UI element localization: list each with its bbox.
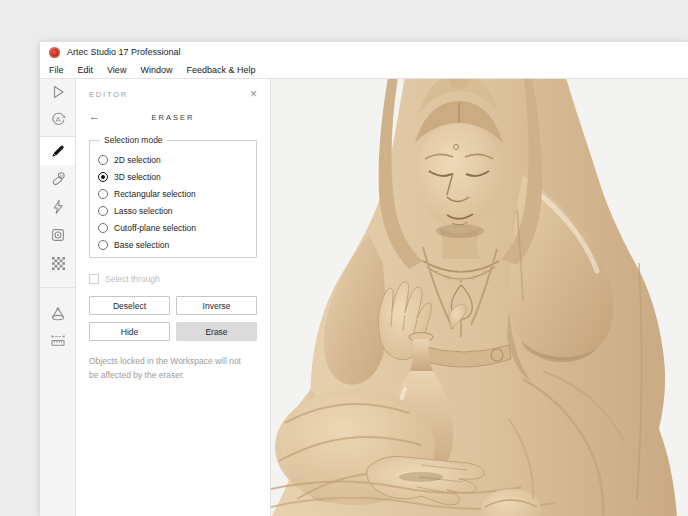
- radio-3d-selection[interactable]: 3D selection: [98, 172, 248, 182]
- fast-fusion-button[interactable]: [40, 195, 75, 219]
- inverse-button[interactable]: Inverse: [176, 296, 257, 315]
- select-through-checkbox: Select through: [89, 274, 257, 284]
- toolbar-separator: [40, 287, 75, 288]
- editor-panel: EDITOR × ← ERASER Selection mode 2D sele…: [76, 79, 271, 516]
- action-buttons: Deselect Inverse Hide Erase: [89, 296, 257, 341]
- title-bar: Artec Studio 17 Professional: [40, 42, 688, 62]
- ruler-icon: [50, 332, 66, 348]
- app-window: Artec Studio 17 Professional File Edit V…: [40, 42, 688, 516]
- erase-button[interactable]: Erase: [176, 322, 257, 341]
- eraser-header: ← ERASER: [89, 111, 257, 124]
- radio-rectangular-selection[interactable]: Rectangular selection: [98, 189, 248, 199]
- deselect-button[interactable]: Deselect: [89, 296, 170, 315]
- radio-icon: [98, 240, 108, 250]
- radio-icon: [98, 189, 108, 199]
- menu-feedback-help[interactable]: Feedback & Help: [186, 65, 255, 75]
- target-icon: [50, 227, 66, 243]
- editor-button[interactable]: [40, 137, 75, 165]
- editor-panel-title: EDITOR: [89, 90, 128, 99]
- construct-button[interactable]: [40, 302, 75, 326]
- checkbox-icon: [89, 274, 99, 284]
- svg-text:A: A: [55, 115, 60, 124]
- roller-icon: [50, 171, 66, 187]
- side-toolbar: A: [40, 79, 76, 516]
- menu-edit[interactable]: Edit: [78, 65, 94, 75]
- radio-icon: [98, 172, 108, 182]
- menu-bar: File Edit View Window Feedback & Help: [40, 62, 688, 79]
- radio-lasso-selection[interactable]: Lasso selection: [98, 206, 248, 216]
- play-icon: [50, 84, 66, 100]
- checker-icon: [50, 255, 66, 271]
- main-content: A: [40, 79, 688, 516]
- close-icon[interactable]: ×: [250, 89, 257, 99]
- cone-icon: [50, 306, 66, 322]
- align-button[interactable]: [40, 223, 75, 247]
- radio-cutoff-plane-selection[interactable]: Cutoff-plane selection: [98, 223, 248, 233]
- eraser-title: ERASER: [89, 113, 257, 122]
- radio-2d-selection[interactable]: 2D selection: [98, 155, 248, 165]
- editor-panel-header: EDITOR ×: [89, 89, 257, 99]
- scan-button[interactable]: [40, 80, 75, 104]
- tools-button[interactable]: [40, 167, 75, 191]
- selection-mode-label: Selection mode: [100, 135, 167, 145]
- radio-icon: [98, 206, 108, 216]
- measure-button[interactable]: [40, 328, 75, 352]
- lightning-icon: [50, 199, 66, 215]
- autopilot-button[interactable]: A: [40, 107, 75, 131]
- menu-file[interactable]: File: [49, 65, 64, 75]
- radio-icon: [98, 223, 108, 233]
- pencil-icon: [50, 143, 66, 159]
- hide-button[interactable]: Hide: [89, 322, 170, 341]
- artec-app-icon: [49, 47, 60, 58]
- statue-3d-model[interactable]: [271, 79, 688, 516]
- texture-button[interactable]: [40, 251, 75, 275]
- eraser-note: Objects locked in the Workspace will not…: [89, 354, 241, 382]
- menu-window[interactable]: Window: [140, 65, 172, 75]
- window-title: Artec Studio 17 Professional: [67, 47, 181, 57]
- desktop-background: Artec Studio 17 Professional File Edit V…: [0, 0, 688, 516]
- 3d-viewport[interactable]: [271, 79, 688, 516]
- radio-icon: [98, 155, 108, 165]
- menu-view[interactable]: View: [107, 65, 126, 75]
- selection-mode-group: Selection mode 2D selection 3D selection…: [89, 135, 257, 258]
- radio-base-selection[interactable]: Base selection: [98, 240, 248, 250]
- autopilot-icon: A: [50, 111, 66, 127]
